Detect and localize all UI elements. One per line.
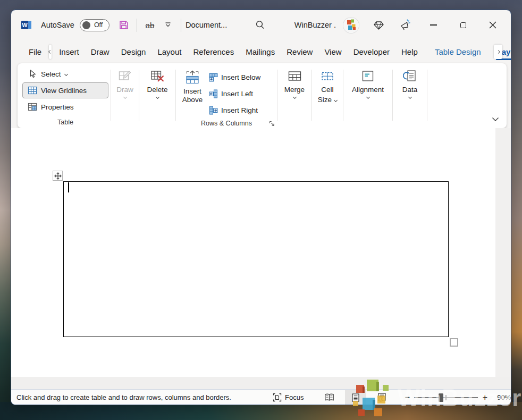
status-bar: Click and drag to create table and to dr…	[11, 390, 511, 405]
ribbon-group-data: Data	[393, 65, 427, 128]
chevron-left-icon	[48, 49, 52, 53]
gridlines-icon	[28, 86, 37, 95]
maximize-button[interactable]	[448, 14, 478, 36]
chevron-down-icon	[334, 98, 338, 102]
alignment-label: Alignment	[352, 86, 384, 94]
group-label-rows-columns: Rows & Columns	[201, 120, 252, 127]
customize-quick-access-icon[interactable]	[161, 17, 175, 33]
document-title[interactable]: Document...	[186, 21, 227, 29]
properties-button[interactable]: Properties	[22, 99, 108, 115]
insert-below-button[interactable]: Insert Below	[209, 69, 260, 86]
search-icon[interactable]	[255, 20, 265, 30]
tab-scroll-right-button[interactable]	[494, 45, 502, 59]
minimize-button[interactable]	[418, 14, 448, 36]
zoom-level[interactable]: 90%	[497, 393, 511, 401]
insert-left-label: Insert Left	[221, 90, 253, 98]
tab-review[interactable]: Review	[281, 40, 318, 63]
tab-draw[interactable]: Draw	[85, 40, 115, 63]
read-mode-icon	[324, 393, 334, 401]
tab-help[interactable]: Help	[395, 40, 424, 63]
autosave-toggle[interactable]: Off	[80, 19, 110, 31]
insert-left-button[interactable]: Insert Left	[209, 86, 260, 102]
tab-layout[interactable]: Layout	[151, 40, 187, 63]
insert-right-label: Insert Right	[221, 106, 258, 114]
chevron-down-icon	[123, 95, 127, 99]
draw-table-button[interactable]: Draw	[111, 65, 139, 98]
close-button[interactable]	[478, 14, 508, 36]
table-move-handle[interactable]	[53, 171, 63, 181]
read-mode-button[interactable]	[318, 390, 340, 405]
minimize-icon	[430, 24, 437, 26]
ribbon-group-delete: Delete	[139, 65, 175, 128]
select-label: Select	[41, 70, 61, 78]
chevron-down-icon	[155, 95, 159, 99]
ribbon: Select View Gridlines Properties Table	[18, 63, 507, 128]
tab-references[interactable]: References	[187, 40, 240, 63]
print-layout-icon	[352, 393, 359, 402]
tab-file[interactable]: File	[23, 40, 47, 63]
insert-above-label: Insert Above	[176, 87, 209, 104]
tab-table-design[interactable]: Table Design	[429, 40, 487, 63]
view-gridlines-label: View Gridlines	[41, 87, 87, 95]
insert-above-button[interactable]: Insert Above	[176, 66, 209, 119]
save-icon[interactable]	[117, 17, 131, 33]
delete-button[interactable]: Delete	[139, 65, 175, 98]
tab-insert[interactable]: Insert	[53, 40, 85, 63]
ribbon-group-draw: Draw	[111, 65, 139, 128]
table-cell[interactable]	[63, 181, 449, 337]
premium-diamond-icon[interactable]	[365, 14, 392, 36]
collapse-ribbon-chevron-icon[interactable]	[492, 114, 499, 124]
ribbon-group-alignment: Alignment	[343, 65, 392, 128]
insert-left-icon	[209, 89, 218, 98]
zoom-in-button[interactable]: +	[478, 392, 492, 403]
web-layout-button[interactable]	[372, 390, 393, 405]
feedback-megaphone-icon[interactable]	[392, 14, 418, 36]
merge-label: Merge	[284, 86, 305, 94]
group-label-empty	[393, 116, 427, 128]
merge-button[interactable]: Merge	[277, 65, 311, 98]
account-avatar[interactable]	[343, 18, 359, 33]
view-gridlines-button[interactable]: View Gridlines	[22, 82, 108, 98]
divider	[181, 19, 181, 32]
zoom-slider-notch	[445, 395, 446, 400]
cell-size-icon	[321, 69, 334, 83]
word-app-icon[interactable]: W	[21, 19, 32, 31]
table-properties-icon	[28, 102, 37, 112]
data-button[interactable]: Data	[393, 65, 427, 98]
tab-mailings[interactable]: Mailings	[240, 40, 281, 63]
alignment-button[interactable]: Alignment	[343, 65, 392, 98]
chevron-down-icon	[408, 95, 411, 99]
zoom-out-button[interactable]: −	[400, 392, 414, 403]
chevron-down-icon	[64, 72, 68, 75]
delete-label: Delete	[147, 86, 167, 94]
tab-view[interactable]: View	[318, 40, 347, 63]
insert-above-icon	[184, 70, 200, 85]
delete-table-icon	[150, 69, 165, 83]
merge-cells-icon	[288, 69, 302, 83]
table-resize-handle[interactable]	[450, 338, 458, 347]
account-name[interactable]: WinBuzzer .	[294, 21, 336, 29]
insert-right-button[interactable]: Insert Right	[209, 102, 260, 119]
group-label-empty	[139, 116, 175, 128]
tab-design[interactable]: Design	[115, 40, 152, 63]
ribbon-group-table: Select View Gridlines Properties Table	[20, 65, 111, 128]
zoom-slider-thumb[interactable]	[439, 393, 443, 402]
cell-size-button[interactable]: Cell Size	[312, 65, 343, 104]
group-label-table: Table	[20, 116, 111, 128]
print-layout-button[interactable]	[345, 390, 366, 405]
zoom-slider[interactable]	[414, 393, 478, 402]
horizontal-scrollbar[interactable]	[11, 377, 511, 390]
dialog-launcher-icon[interactable]	[269, 121, 275, 128]
document-canvas[interactable]	[11, 128, 511, 390]
tab-developer[interactable]: Developer	[348, 40, 395, 63]
strikethrough-icon[interactable]: ab	[143, 17, 157, 33]
select-button[interactable]: Select	[22, 66, 108, 82]
tab-scroll-left-button[interactable]	[49, 45, 52, 59]
close-icon	[489, 21, 496, 29]
autosave-state: Off	[94, 21, 103, 29]
vertical-scrollbar[interactable]	[495, 128, 511, 377]
chevron-right-icon	[496, 49, 500, 53]
data-label: Data	[402, 86, 418, 94]
focus-mode-button[interactable]: Focus	[270, 390, 307, 405]
group-divider	[427, 70, 427, 121]
